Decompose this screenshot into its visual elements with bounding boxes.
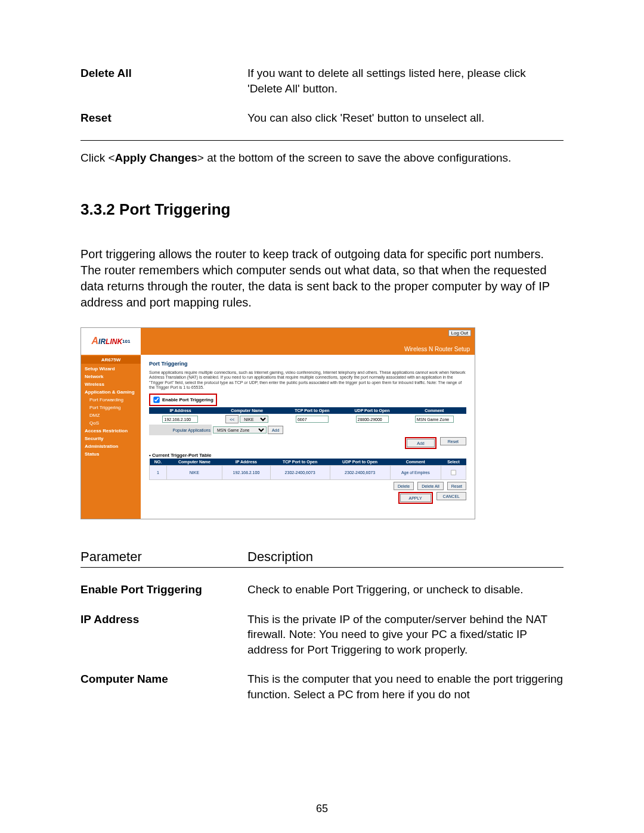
copy-name-button[interactable]: <<: [225, 415, 239, 423]
banner-title: Wireless N Router Setup: [404, 346, 470, 352]
param-label: Reset: [80, 110, 247, 126]
param-label: Enable Port Triggering: [80, 582, 247, 597]
reset-table-button[interactable]: Reset: [447, 482, 466, 490]
param-label: IP Address: [80, 612, 247, 658]
logout-button[interactable]: Log Out: [448, 330, 471, 336]
enable-label: Enable Port Triggering: [162, 397, 213, 402]
add-button[interactable]: Add: [407, 439, 434, 447]
param-row-enable: Enable Port Triggering Check to enable P…: [80, 582, 564, 597]
cell-tcp: 2302-2400,6073: [270, 466, 330, 480]
page-number: 65: [0, 803, 644, 815]
enable-checkbox[interactable]: [153, 397, 159, 403]
param-label: Delete All: [80, 66, 247, 96]
cell-cn: NIKE: [166, 466, 222, 480]
param-row-delete-all: Delete All If you want to delete all set…: [80, 66, 564, 96]
cell-cmt: Age of Empires: [390, 466, 441, 480]
sidebar-item-status[interactable]: Status: [81, 450, 141, 458]
desc-col-header: Description: [247, 549, 564, 565]
th-tcp: TCP Port to Open: [282, 407, 342, 414]
sidebar-item-port-triggering[interactable]: Port Triggering: [81, 404, 141, 411]
th-ip: IP Address: [149, 407, 212, 414]
cancel-button[interactable]: CANCEL: [436, 492, 466, 500]
router-screenshot: AIRLINK 101 Log Out Wireless N Router Se…: [80, 327, 475, 519]
sidebar-item-admin[interactable]: Administration: [81, 442, 141, 450]
th-no: NO.: [150, 459, 167, 466]
add-small-button[interactable]: Add: [268, 426, 283, 434]
intro-paragraph: Port triggering allows the router to kee…: [80, 246, 564, 311]
sidebar-item-network[interactable]: Network: [81, 373, 141, 380]
cell-no: 1: [150, 466, 167, 480]
delete-button[interactable]: Delete: [394, 482, 414, 490]
th-udp: UDP Port to Open: [342, 407, 402, 414]
ip-input[interactable]: [162, 416, 198, 423]
delete-all-button[interactable]: Delete All: [417, 482, 444, 490]
param-desc: You can also click 'Reset' button to uns…: [247, 110, 564, 126]
param-row-ip: IP Address This is the private IP of the…: [80, 612, 564, 658]
param-desc: This is the computer that you need to en…: [247, 671, 564, 702]
port-triggering-title: Port Triggering: [149, 361, 466, 367]
computer-name-select[interactable]: NIKE: [240, 416, 268, 423]
th-cmt2: Comment: [390, 459, 441, 466]
th-cn2: Computer Name: [166, 459, 222, 466]
trigger-table: NO. Computer Name IP Address TCP Port to…: [149, 459, 466, 480]
port-triggering-desc: Some applications require multiple conne…: [149, 370, 466, 391]
cell-ip: 192.168.2.100: [222, 466, 271, 480]
table-row: 1 NIKE 192.168.2.100 2302-2400,6073 2302…: [150, 466, 466, 480]
banner: Log Out Wireless N Router Setup: [141, 328, 475, 355]
section-heading: 3.3.2 Port Triggering: [80, 200, 564, 219]
popular-apps-select[interactable]: MSN Game Zone: [213, 426, 267, 433]
th-sel: Select: [441, 459, 466, 466]
sidebar-item-dmz[interactable]: DMZ: [81, 411, 141, 419]
airlink-logo: AIRLINK 101: [81, 328, 141, 355]
th-udp2: UDP Port to Open: [330, 459, 390, 466]
th-tcp2: TCP Port to Open: [270, 459, 330, 466]
th-ip2: IP Address: [222, 459, 271, 466]
param-row-reset: Reset You can also click 'Reset' button …: [80, 110, 564, 126]
divider: [80, 140, 564, 141]
param-label: Computer Name: [80, 671, 247, 702]
enable-port-triggering-checkbox[interactable]: Enable Port Triggering: [149, 394, 217, 406]
apply-changes-note: Click <Apply Changes> at the bottom of t…: [80, 151, 564, 165]
sidebar-item-security[interactable]: Security: [81, 435, 141, 442]
sidebar-item-port-forwarding[interactable]: Port Forwarding: [81, 396, 141, 404]
udp-input[interactable]: [356, 416, 389, 423]
reset-button[interactable]: Reset: [440, 437, 466, 445]
th-cmt: Comment: [402, 407, 466, 414]
cell-sel[interactable]: [441, 466, 466, 480]
param-desc: Check to enable Port Triggering, or unch…: [247, 582, 564, 597]
param-table-header: Parameter Description: [80, 549, 564, 568]
model-label: AR675W: [81, 356, 141, 364]
sidebar-item-qos[interactable]: QoS: [81, 419, 141, 427]
sidebar-item-app-gaming[interactable]: Application & Gaming: [81, 388, 141, 396]
select-checkbox[interactable]: [451, 470, 456, 475]
param-col-header: Parameter: [80, 549, 247, 565]
sidebar: AR675W Setup Wizard Network Wireless App…: [81, 355, 141, 519]
sidebar-item-setup[interactable]: Setup Wizard: [81, 365, 141, 373]
th-cn: Computer Name: [212, 407, 283, 414]
param-row-cn: Computer Name This is the computer that …: [80, 671, 564, 702]
sidebar-item-wireless[interactable]: Wireless: [81, 380, 141, 388]
cell-udp: 2302-2400,6073: [330, 466, 390, 480]
trigger-table-title: • Current Trigger-Port Table: [149, 453, 466, 458]
sidebar-item-access[interactable]: Access Restriction: [81, 427, 141, 435]
form-table: IP Address Computer Name TCP Port to Ope…: [149, 407, 466, 435]
param-desc: If you want to delete all settings liste…: [247, 66, 564, 96]
comment-input[interactable]: [415, 416, 454, 423]
popular-apps-label: Popular Applications: [149, 425, 212, 435]
apply-button[interactable]: APPLY: [400, 494, 431, 502]
tcp-input[interactable]: [296, 416, 329, 423]
param-desc: This is the private IP of the computer/s…: [247, 612, 564, 658]
